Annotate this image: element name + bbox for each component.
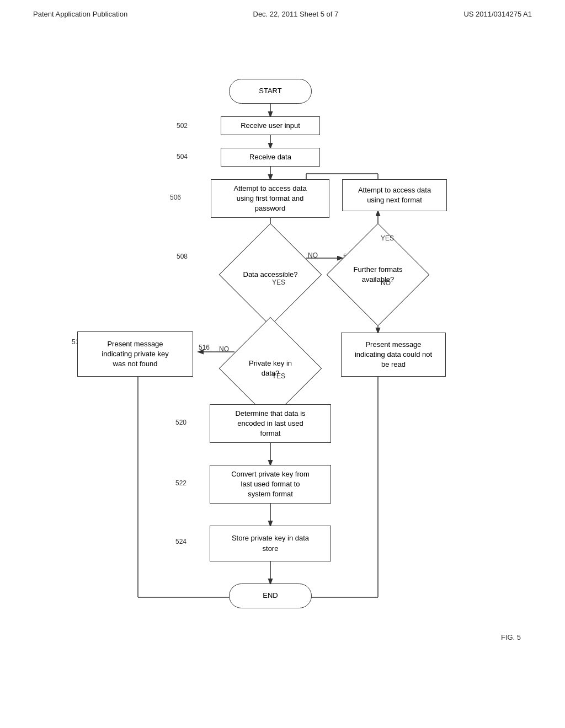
header-right: US 2011/0314275 A1 <box>463 10 532 18</box>
node-520-label: Determine that data isencoded in last us… <box>235 409 305 439</box>
end-node: END <box>229 584 312 608</box>
fig-label: FIG. 5 <box>501 633 521 641</box>
node-504-label: Receive data <box>249 152 291 162</box>
node-502-label: Receive user input <box>241 121 300 131</box>
end-label: END <box>263 591 278 601</box>
node-518: Present messageindicating private keywas… <box>77 331 193 377</box>
node-524: Store private key in datastore <box>210 526 331 561</box>
node-516-label: Private key indata? <box>249 358 292 378</box>
diagram: START 502 Receive user input 504 Receive… <box>0 24 565 697</box>
label-524: 524 <box>175 538 186 545</box>
no-508: NO <box>308 251 318 259</box>
label-504: 504 <box>177 153 188 160</box>
yes-508: YES <box>272 279 285 286</box>
node-522-label: Convert private key fromlast used format… <box>231 469 310 500</box>
yes-510: YES <box>381 234 394 242</box>
header: Patent Application Publication Dec. 22, … <box>0 0 565 18</box>
node-512: Attempt to access datausing next format <box>342 179 447 211</box>
node-516: Private key indata? <box>234 333 306 404</box>
label-520: 520 <box>175 419 186 426</box>
node-506: Attempt to access datausing first format… <box>211 179 329 218</box>
label-502: 502 <box>177 122 188 130</box>
label-508: 508 <box>177 253 188 260</box>
node-522: Convert private key fromlast used format… <box>210 465 331 504</box>
node-512-label: Attempt to access datausing next format <box>358 185 431 205</box>
start-node: START <box>229 79 312 104</box>
label-506: 506 <box>170 194 181 201</box>
node-514-label: Present messageindicating data could not… <box>355 340 432 370</box>
node-502: Receive user input <box>221 116 320 135</box>
node-510-label: Further formatsavailable? <box>354 265 403 285</box>
node-508: Data accessible? <box>234 239 306 311</box>
node-506-label: Attempt to access datausing first format… <box>233 184 306 214</box>
label-516: 516 <box>199 344 210 351</box>
node-520: Determine that data isencoded in last us… <box>210 404 331 443</box>
no-516: NO <box>219 345 229 353</box>
node-510: Further formatsavailable? <box>342 239 414 311</box>
label-522: 522 <box>175 479 186 487</box>
header-middle: Dec. 22, 2011 Sheet 5 of 7 <box>253 10 339 18</box>
header-left: Patent Application Publication <box>33 10 127 18</box>
start-label: START <box>259 86 281 96</box>
node-504: Receive data <box>221 148 320 167</box>
node-514: Present messageindicating data could not… <box>341 333 446 377</box>
node-518-label: Present messageindicating private keywas… <box>102 339 168 370</box>
node-524-label: Store private key in datastore <box>232 533 309 553</box>
node-508-label: Data accessible? <box>243 270 298 280</box>
